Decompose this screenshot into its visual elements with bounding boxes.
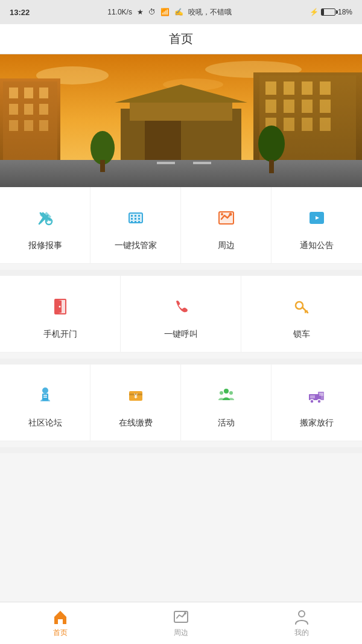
main-content: 报修报事 一键找管家 — [0, 54, 362, 496]
activity-label: 活动 — [218, 418, 235, 429]
nav-item-home[interactable]: 首页 — [0, 608, 121, 638]
nearby-icon-wrapper — [210, 202, 243, 234]
repair-icon-wrapper — [29, 202, 62, 234]
svg-rect-48 — [135, 218, 136, 220]
door-label: 手机开门 — [43, 329, 77, 340]
grid-item-notice[interactable]: 通知公告 — [272, 187, 362, 264]
manager-icon — [126, 208, 145, 228]
svg-rect-16 — [130, 103, 232, 121]
svg-rect-50 — [138, 218, 140, 220]
call-label: 一键呼叫 — [164, 329, 198, 340]
status-network: 11.0K/s — [107, 8, 132, 16]
grid-section-2: 手机开门 一键呼叫 锁车 — [0, 276, 362, 352]
svg-rect-10 — [24, 104, 33, 115]
svg-point-63 — [296, 302, 303, 309]
svg-rect-52 — [135, 221, 136, 223]
svg-rect-73 — [129, 394, 142, 395]
payment-icon-wrapper: ¥ — [119, 379, 152, 412]
svg-rect-82 — [319, 393, 323, 396]
battery-icon — [321, 8, 335, 16]
charging-icon: ⚡ — [310, 8, 319, 16]
status-right: ⚡ 18% — [310, 8, 352, 16]
svg-rect-22 — [302, 81, 313, 95]
svg-rect-11 — [39, 104, 48, 115]
door-icon-wrapper — [44, 290, 77, 323]
svg-rect-8 — [39, 88, 48, 98]
svg-text:¥: ¥ — [133, 392, 138, 400]
payment-label: 在线缴费 — [119, 418, 153, 429]
svg-rect-12 — [9, 120, 18, 131]
svg-point-37 — [258, 126, 285, 162]
grid-section-1: 报修报事 一键找管家 — [0, 187, 362, 264]
payment-icon: ¥ — [126, 386, 145, 405]
svg-rect-24 — [265, 100, 276, 113]
home-nav-icon — [52, 608, 69, 625]
nearby-label: 周边 — [218, 240, 235, 251]
move-icon-wrapper — [300, 379, 333, 412]
svg-point-56 — [229, 213, 232, 216]
grid-item-repair[interactable]: 报修报事 — [0, 187, 91, 264]
notice-label: 通知公告 — [300, 240, 334, 251]
svg-rect-6 — [9, 88, 18, 98]
grid-item-forum[interactable]: 社区论坛 — [0, 365, 91, 441]
svg-point-74 — [224, 389, 229, 394]
svg-point-85 — [299, 611, 305, 617]
repair-icon — [36, 208, 55, 228]
status-notification: 咬吼，不错哦 — [188, 7, 232, 18]
svg-rect-20 — [265, 81, 276, 95]
svg-point-79 — [310, 400, 314, 403]
svg-rect-51 — [131, 221, 133, 223]
svg-rect-46 — [131, 218, 133, 220]
nearby-nav-label: 周边 — [174, 628, 188, 638]
svg-rect-33 — [157, 162, 175, 164]
manager-label: 一键找管家 — [115, 240, 157, 251]
svg-rect-21 — [284, 81, 294, 95]
grid-item-door[interactable]: 手机开门 — [0, 276, 121, 352]
svg-rect-25 — [284, 100, 294, 113]
notice-icon — [307, 208, 326, 228]
grid-item-activity[interactable]: 活动 — [181, 365, 272, 441]
svg-point-80 — [317, 400, 321, 403]
nav-item-nearby[interactable]: 周边 — [121, 608, 241, 638]
page-title: 首页 — [169, 31, 193, 47]
grid-item-nearby[interactable]: 周边 — [181, 187, 272, 264]
lock-icon-wrapper — [285, 290, 318, 323]
grid-item-payment[interactable]: ¥ 在线缴费 — [91, 365, 181, 441]
grid-item-manager[interactable]: 一键找管家 — [91, 187, 181, 264]
nearby-icon — [217, 208, 236, 228]
move-label: 搬家放行 — [300, 418, 334, 429]
wifi-icon: 📶 — [160, 8, 170, 16]
grid-item-move[interactable]: 搬家放行 — [272, 365, 362, 441]
svg-rect-29 — [284, 118, 294, 131]
svg-rect-32 — [0, 160, 362, 187]
grid-section-3: 社区论坛 ¥ 在线缴费 — [0, 365, 362, 441]
forum-label: 社区论坛 — [28, 418, 62, 429]
nav-item-mine[interactable]: 我的 — [241, 608, 362, 638]
svg-rect-23 — [320, 81, 331, 95]
forum-icon-wrapper — [29, 379, 62, 412]
svg-point-62 — [59, 306, 60, 308]
separator-3 — [0, 447, 362, 453]
grid-item-lock[interactable]: 锁车 — [241, 276, 362, 352]
home-nav-label: 首页 — [53, 628, 68, 638]
svg-rect-36 — [100, 160, 105, 172]
activity-icon — [217, 386, 236, 405]
grid-item-call[interactable]: 一键呼叫 — [121, 276, 241, 352]
lock-icon — [292, 297, 311, 316]
mine-nav-icon — [293, 608, 310, 625]
status-center: 11.0K/s ★ ⏱ 📶 ✍ 咬吼，不错哦 — [107, 7, 232, 18]
svg-rect-49 — [138, 215, 140, 217]
svg-rect-27 — [320, 100, 331, 113]
status-bar: 13:22 11.0K/s ★ ⏱ 📶 ✍ 咬吼，不错哦 ⚡ 18% — [0, 0, 362, 24]
nearby-nav-icon — [173, 608, 189, 625]
notice-icon-wrapper — [300, 202, 333, 234]
svg-point-76 — [229, 391, 233, 395]
signal-icon: ✍ — [174, 8, 183, 16]
bluetooth-icon: ★ — [137, 8, 144, 16]
separator-2 — [0, 359, 362, 365]
svg-rect-9 — [9, 104, 18, 115]
banner-illustration — [0, 54, 362, 187]
svg-point-75 — [220, 391, 223, 395]
svg-point-67 — [42, 387, 48, 394]
svg-rect-14 — [39, 120, 48, 131]
